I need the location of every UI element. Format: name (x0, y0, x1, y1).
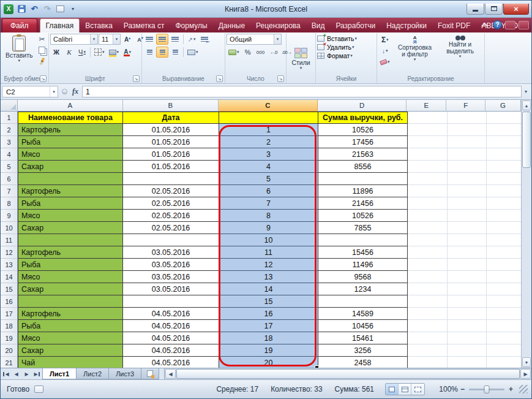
cell-B5[interactable]: 01.05.2016 (123, 161, 219, 173)
workbook-window-button-2[interactable] (519, 21, 529, 29)
dialog-launcher-icon[interactable] (277, 75, 284, 82)
cell-A1[interactable]: Наименование товара (18, 112, 123, 124)
cell-C17[interactable]: 16 (219, 308, 318, 320)
column-header-A[interactable]: A (18, 100, 123, 112)
cell-A19[interactable]: Мясо (18, 332, 123, 344)
row-header-9[interactable]: 9 (1, 210, 18, 222)
cell-G20[interactable] (487, 344, 521, 357)
cell-E7[interactable] (408, 185, 448, 197)
cell-E15[interactable] (408, 283, 448, 295)
cell-C8[interactable]: 7 (219, 197, 318, 210)
column-header-C[interactable]: C (219, 100, 318, 112)
ribbon-tab-Разработчи[interactable]: Разработчи (330, 19, 381, 32)
cell-C19[interactable]: 18 (219, 332, 318, 344)
cell-C11[interactable]: 10 (219, 234, 318, 246)
cell-A5[interactable]: Сахар (18, 161, 123, 173)
cell-A18[interactable]: Рыба (18, 320, 123, 332)
cell-A17[interactable]: Картофель (18, 308, 123, 320)
font-color-button[interactable] (121, 47, 133, 58)
cell-G8[interactable] (487, 197, 521, 210)
cell-D9[interactable]: 10526 (318, 210, 408, 222)
cell-A21[interactable]: Чай (18, 357, 123, 368)
last-sheet-icon[interactable]: ▶ (32, 368, 42, 379)
zoom-level[interactable]: 100% (435, 385, 458, 393)
column-header-D[interactable]: D (318, 100, 407, 112)
cell-D20[interactable]: 3256 (318, 344, 408, 357)
cell-G13[interactable] (487, 259, 521, 271)
cell-F7[interactable] (448, 185, 487, 197)
orientation-button[interactable] (185, 34, 198, 45)
row-header-11[interactable]: 11 (1, 234, 18, 246)
cell-C12[interactable]: 11 (219, 246, 318, 259)
bold-button[interactable]: Ж (50, 47, 62, 58)
cell-B11[interactable] (123, 234, 219, 246)
cell-G21[interactable] (487, 357, 521, 368)
cut-button[interactable] (36, 34, 48, 45)
cell-E6[interactable] (408, 173, 448, 185)
horizontal-scrollbar[interactable]: ◀ ▶ (164, 368, 531, 379)
formula-input[interactable]: 1 (82, 86, 522, 97)
ribbon-tab-Вид[interactable]: Вид (306, 19, 331, 32)
percent-format-button[interactable]: % (242, 47, 254, 58)
cell-F15[interactable] (448, 283, 487, 295)
cell-C20[interactable]: 19 (219, 344, 318, 357)
scroll-down-icon[interactable]: ▼ (522, 357, 531, 367)
cell-D2[interactable]: 10526 (318, 124, 408, 136)
align-right-button[interactable] (169, 47, 181, 58)
cell-G10[interactable] (487, 222, 521, 234)
cell-F1[interactable] (448, 112, 487, 124)
page-break-view-button[interactable] (411, 384, 424, 395)
dialog-launcher-icon[interactable] (40, 75, 47, 82)
cell-E4[interactable] (408, 148, 448, 161)
expand-formula-bar-icon[interactable] (522, 89, 530, 94)
name-box[interactable]: C2 (2, 86, 58, 97)
cell-B20[interactable]: 04.05.2016 (123, 344, 219, 357)
cell-G2[interactable] (487, 124, 521, 136)
row-header-10[interactable]: 10 (1, 222, 18, 234)
format-painter-button[interactable] (36, 56, 48, 67)
name-box-splitter[interactable] (62, 89, 67, 94)
ribbon-tab-Надстройки[interactable]: Надстройки (381, 19, 432, 32)
row-header-2[interactable]: 2 (1, 124, 18, 136)
cell-B12[interactable]: 03.05.2016 (123, 246, 219, 259)
column-header-B[interactable]: B (123, 100, 219, 112)
row-header-4[interactable]: 4 (1, 148, 18, 161)
row-header-21[interactable]: 21 (1, 357, 18, 368)
cell-A12[interactable]: Картофель (18, 246, 123, 259)
resize-grip[interactable] (519, 385, 528, 393)
cell-F4[interactable] (448, 148, 487, 161)
align-middle-button[interactable] (156, 34, 168, 45)
cell-G14[interactable] (487, 271, 521, 283)
cell-A3[interactable]: Рыба (18, 136, 123, 148)
cell-B2[interactable]: 01.05.2016 (123, 124, 219, 136)
cell-D8[interactable]: 21456 (318, 197, 408, 210)
cell-F14[interactable] (448, 271, 487, 283)
cell-F20[interactable] (448, 344, 487, 357)
merge-center-button[interactable] (185, 47, 200, 58)
row-header-8[interactable]: 8 (1, 197, 18, 210)
row-header-3[interactable]: 3 (1, 136, 18, 148)
cell-A9[interactable]: Мясо (18, 210, 123, 222)
cell-B4[interactable]: 01.05.2016 (123, 148, 219, 161)
cell-G19[interactable] (487, 332, 521, 344)
row-header-12[interactable]: 12 (1, 246, 18, 259)
normal-view-button[interactable] (386, 384, 399, 395)
cell-D4[interactable]: 21563 (318, 148, 408, 161)
row-header-20[interactable]: 20 (1, 344, 18, 357)
cell-B16[interactable] (123, 295, 219, 308)
cell-D13[interactable]: 11496 (318, 259, 408, 271)
cell-D15[interactable]: 1234 (318, 283, 408, 295)
cell-F3[interactable] (448, 136, 487, 148)
cell-C9[interactable]: 8 (219, 210, 318, 222)
cell-G3[interactable] (487, 136, 521, 148)
ribbon-tab-Формулы[interactable]: Формулы (170, 19, 213, 32)
cell-C13[interactable]: 12 (219, 259, 318, 271)
font-size-select[interactable]: 11 (99, 34, 121, 45)
cell-A2[interactable]: Картофель (18, 124, 123, 136)
italic-button[interactable]: К (63, 47, 75, 58)
cell-E21[interactable] (408, 357, 448, 368)
cell-B6[interactable] (123, 173, 219, 185)
cell-A7[interactable]: Картофель (18, 185, 123, 197)
borders-button[interactable] (92, 47, 107, 58)
cell-G9[interactable] (487, 210, 521, 222)
